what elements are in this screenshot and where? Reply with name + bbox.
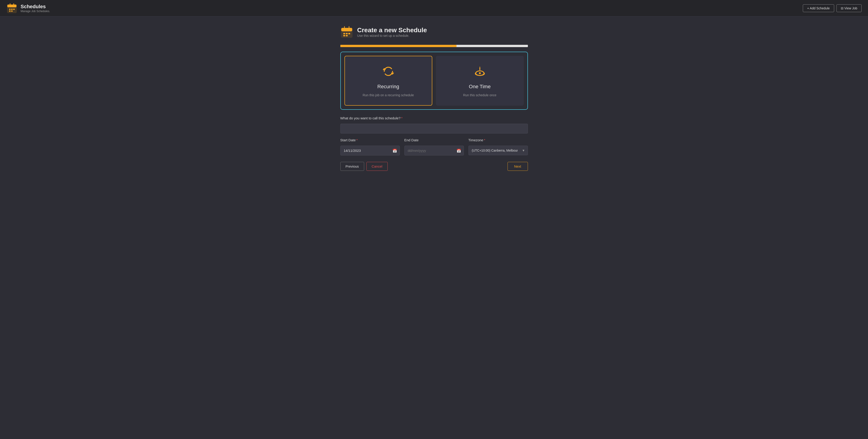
calendar-icon-start[interactable]: 📅 <box>393 148 397 153</box>
schedule-type-selection-card: Recurring Run this job on a recurring sc… <box>340 52 528 110</box>
timezone-required-star: * <box>484 138 485 142</box>
timezone-select-wrapper: (UTC+10:00) Canberra, Melbourne, Syc ▼ <box>468 146 528 155</box>
schedule-name-group: What do you want to call this schedule?* <box>340 116 528 133</box>
progress-bar <box>340 45 528 47</box>
svg-rect-1 <box>7 5 17 7</box>
start-date-label: Start Date* <box>340 138 400 142</box>
wizard-calendar-icon <box>340 26 353 38</box>
form-section: What do you want to call this schedule?*… <box>340 116 528 155</box>
progress-bar-fill <box>340 45 457 47</box>
svg-rect-10 <box>341 28 352 31</box>
view-job-button[interactable]: ⊟ View Job <box>836 4 862 12</box>
svg-rect-15 <box>348 33 350 34</box>
svg-rect-8 <box>11 10 12 12</box>
recurring-card[interactable]: Recurring Run this job on a recurring sc… <box>344 56 432 106</box>
end-date-input-wrapper: 📅 <box>404 146 464 155</box>
next-button[interactable]: Next <box>507 162 528 171</box>
schedule-name-label: What do you want to call this schedule?* <box>340 116 528 120</box>
wizard-subtitle: Use this wizard to set up a schedule. <box>357 34 427 37</box>
cancel-button[interactable]: Cancel <box>366 162 388 171</box>
wizard-header: Create a new Schedule Use this wizard to… <box>340 26 528 38</box>
schedule-type-grid: Recurring Run this job on a recurring sc… <box>344 56 524 106</box>
svg-rect-17 <box>346 35 348 36</box>
wizard-container: Create a new Schedule Use this wizard to… <box>340 26 528 171</box>
svg-rect-14 <box>346 33 348 34</box>
one-time-card[interactable]: One Time Run this schedule once <box>436 56 524 106</box>
one-time-icon <box>473 64 487 80</box>
svg-rect-5 <box>11 9 12 10</box>
wizard-title-group: Create a new Schedule Use this wizard to… <box>357 27 427 37</box>
start-date-group: Start Date* 📅 <box>340 138 400 155</box>
recurring-title: Recurring <box>377 84 399 90</box>
svg-rect-4 <box>9 9 10 10</box>
add-schedule-button[interactable]: + Add Schedule <box>803 4 834 12</box>
schedule-name-input[interactable] <box>340 124 528 133</box>
app-title: Schedules <box>21 4 50 10</box>
end-date-input[interactable] <box>404 146 464 155</box>
footer-left-buttons: Previous Cancel <box>340 162 388 171</box>
header-actions: + Add Schedule ⊟ View Job <box>803 4 862 12</box>
svg-point-19 <box>479 72 481 74</box>
start-date-input-wrapper: 📅 <box>340 146 400 155</box>
app-subtitle: Manage Job Schedules. <box>21 10 50 13</box>
timezone-label: Timezone* <box>468 138 528 142</box>
app-header: Schedules Manage Job Schedules. + Add Sc… <box>0 0 868 17</box>
wizard-title: Create a new Schedule <box>357 27 427 34</box>
start-date-input[interactable] <box>340 146 400 155</box>
end-date-group: End Date 📅 <box>404 138 464 155</box>
recurring-description: Run this job on a recurring schedule <box>363 93 414 97</box>
header-left: Schedules Manage Job Schedules. <box>6 3 50 14</box>
timezone-select[interactable]: (UTC+10:00) Canberra, Melbourne, Syc <box>468 146 528 155</box>
main-content: Create a new Schedule Use this wizard to… <box>0 17 868 180</box>
recurring-icon <box>381 64 395 80</box>
svg-rect-13 <box>343 33 345 34</box>
footer-buttons: Previous Cancel Next <box>340 162 528 171</box>
timezone-group: Timezone* (UTC+10:00) Canberra, Melbourn… <box>468 138 528 155</box>
start-date-required-star: * <box>356 138 358 142</box>
svg-rect-6 <box>13 9 14 10</box>
one-time-description: Run this schedule once <box>463 93 497 97</box>
svg-rect-16 <box>343 35 345 36</box>
schedules-icon <box>6 3 18 14</box>
one-time-title: One Time <box>469 84 491 90</box>
previous-button[interactable]: Previous <box>340 162 364 171</box>
required-star: * <box>401 116 403 120</box>
svg-rect-7 <box>9 10 10 12</box>
end-date-label: End Date <box>404 138 464 142</box>
form-date-row: Start Date* 📅 End Date 📅 <box>340 138 528 155</box>
header-title-group: Schedules Manage Job Schedules. <box>21 4 50 13</box>
calendar-icon-end[interactable]: 📅 <box>457 148 461 153</box>
